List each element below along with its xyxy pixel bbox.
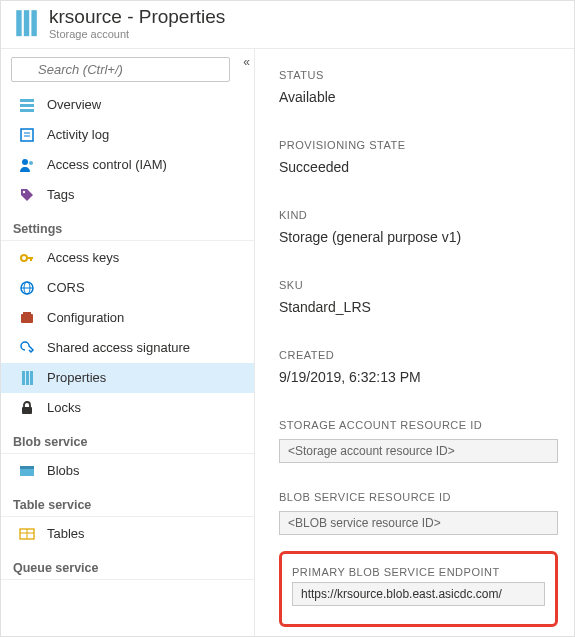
sidebar-item-label: Tags <box>47 187 74 202</box>
sidebar-item-overview[interactable]: Overview <box>1 90 254 120</box>
provisioning-state-label: PROVISIONING STATE <box>279 139 558 151</box>
sidebar-item-cors[interactable]: CORS <box>1 273 254 303</box>
page-subtitle: Storage account <box>49 28 225 40</box>
tags-icon <box>19 187 35 203</box>
sidebar-item-sas[interactable]: Shared access signature <box>1 333 254 363</box>
sidebar-item-label: Properties <box>47 370 106 385</box>
cors-icon <box>19 280 35 296</box>
sidebar-item-label: Blobs <box>47 463 80 478</box>
created-label: CREATED <box>279 349 558 361</box>
svg-rect-23 <box>26 371 29 385</box>
svg-point-12 <box>29 161 33 165</box>
config-icon <box>19 310 35 326</box>
page-title: krsource - Properties <box>49 7 225 28</box>
sidebar-section-blob: Blob service <box>1 423 254 454</box>
sidebar-item-iam[interactable]: Access control (IAM) <box>1 150 254 180</box>
svg-point-14 <box>21 255 27 261</box>
svg-rect-0 <box>16 11 21 37</box>
sku-value: Standard_LRS <box>279 299 558 315</box>
svg-rect-8 <box>21 129 33 141</box>
sidebar-item-label: Overview <box>47 97 101 112</box>
status-value: Available <box>279 89 558 105</box>
svg-rect-21 <box>23 312 31 315</box>
sidebar-item-configuration[interactable]: Configuration <box>1 303 254 333</box>
search-wrap <box>1 49 254 90</box>
svg-rect-20 <box>21 314 33 323</box>
sidebar-item-label: Activity log <box>47 127 109 142</box>
sidebar-item-label: Access keys <box>47 250 119 265</box>
primary-endpoint-highlight: PRIMARY BLOB SERVICE ENDPOINT <box>279 551 558 627</box>
sidebar-item-tags[interactable]: Tags <box>1 180 254 210</box>
blob-resource-id-label: BLOB SERVICE RESOURCE ID <box>279 491 558 503</box>
sidebar-item-tables[interactable]: Tables <box>1 519 254 549</box>
sidebar-item-label: Tables <box>47 526 85 541</box>
svg-rect-7 <box>20 109 34 112</box>
sidebar-section-settings: Settings <box>1 210 254 241</box>
properties-panel: STATUS Available PROVISIONING STATE Succ… <box>255 49 574 636</box>
sidebar-section-table: Table service <box>1 486 254 517</box>
svg-rect-6 <box>20 104 34 107</box>
iam-icon <box>19 157 35 173</box>
svg-rect-27 <box>20 466 34 469</box>
overview-icon <box>19 97 35 113</box>
svg-rect-5 <box>20 99 34 102</box>
sidebar: « Overview Activity log Access control (… <box>1 49 255 636</box>
svg-rect-2 <box>31 11 36 37</box>
sidebar-item-label: Shared access signature <box>47 340 190 355</box>
sku-label: SKU <box>279 279 558 291</box>
sidebar-item-label: CORS <box>47 280 85 295</box>
sidebar-section-queue: Queue service <box>1 549 254 580</box>
blob-resource-id-input[interactable] <box>279 511 558 535</box>
svg-point-11 <box>22 159 28 165</box>
sas-icon <box>19 340 35 356</box>
svg-rect-1 <box>24 11 29 37</box>
table-icon <box>19 526 35 542</box>
status-label: STATUS <box>279 69 558 81</box>
sidebar-item-blobs[interactable]: Blobs <box>1 456 254 486</box>
kind-value: Storage (general purpose v1) <box>279 229 558 245</box>
activity-log-icon <box>19 127 35 143</box>
created-value: 9/19/2019, 6:32:13 PM <box>279 369 558 385</box>
search-input[interactable] <box>11 57 230 82</box>
provisioning-state-value: Succeeded <box>279 159 558 175</box>
key-icon <box>19 250 35 266</box>
sidebar-item-label: Configuration <box>47 310 124 325</box>
sidebar-item-label: Locks <box>47 400 81 415</box>
sidebar-item-activity-log[interactable]: Activity log <box>1 120 254 150</box>
kind-label: KIND <box>279 209 558 221</box>
primary-blob-endpoint-label: PRIMARY BLOB SERVICE ENDPOINT <box>292 566 545 578</box>
primary-blob-endpoint-input[interactable] <box>292 582 545 606</box>
blob-icon <box>19 463 35 479</box>
svg-rect-26 <box>20 469 34 476</box>
svg-rect-24 <box>30 371 33 385</box>
sidebar-item-properties[interactable]: Properties <box>1 363 254 393</box>
resource-id-label: STORAGE ACCOUNT RESOURCE ID <box>279 419 558 431</box>
storage-account-icon <box>13 8 39 38</box>
svg-rect-22 <box>22 371 25 385</box>
sidebar-item-access-keys[interactable]: Access keys <box>1 243 254 273</box>
svg-point-13 <box>23 191 25 193</box>
lock-icon <box>19 400 35 416</box>
blade-header: krsource - Properties Storage account <box>1 1 574 49</box>
sidebar-item-locks[interactable]: Locks <box>1 393 254 423</box>
resource-id-input[interactable] <box>279 439 558 463</box>
svg-rect-25 <box>22 407 32 414</box>
properties-icon <box>19 370 35 386</box>
sidebar-item-label: Access control (IAM) <box>47 157 167 172</box>
